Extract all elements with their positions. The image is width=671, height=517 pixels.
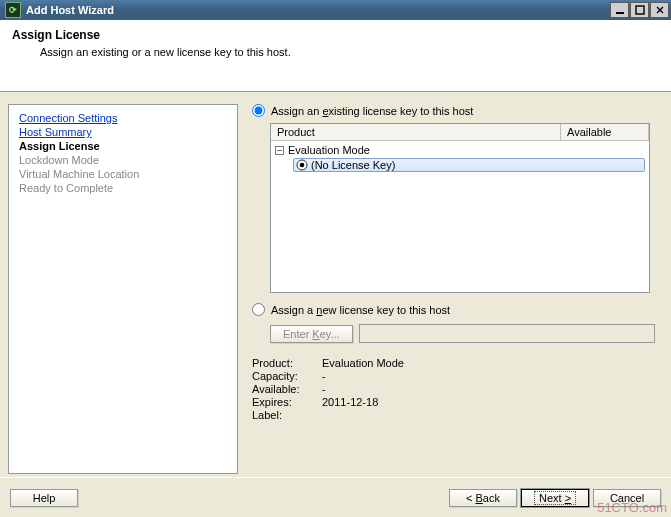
maximize-button[interactable] xyxy=(630,2,649,18)
wizard-header: Assign License Assign an existing or a n… xyxy=(0,20,671,92)
window-title: Add Host Wizard xyxy=(24,4,609,16)
detail-expires-value: 2011-12-18 xyxy=(322,396,655,408)
assign-new-label: Assign a new license key to this host xyxy=(271,304,450,316)
column-product[interactable]: Product xyxy=(271,124,561,140)
detail-label-label: Label: xyxy=(252,409,322,421)
assign-existing-radio[interactable] xyxy=(252,104,265,117)
window-buttons xyxy=(609,2,669,18)
cancel-button[interactable]: Cancel xyxy=(593,489,661,507)
detail-product-label: Product: xyxy=(252,357,322,369)
wizard-main: Assign an existing license key to this h… xyxy=(238,92,671,472)
tree-collapse-icon[interactable]: − xyxy=(275,146,284,155)
license-item-no-key[interactable]: (No License Key) xyxy=(275,157,645,173)
page-subtitle: Assign an existing or a new license key … xyxy=(40,46,659,58)
detail-label-value xyxy=(322,409,655,421)
wizard-footer: Help < Back Next > Cancel xyxy=(0,477,671,517)
wizard-page: Assign License Assign an existing or a n… xyxy=(0,20,671,517)
license-group-evaluation[interactable]: − Evaluation Mode xyxy=(275,143,645,157)
column-available[interactable]: Available xyxy=(561,124,649,140)
svg-point-5 xyxy=(300,163,305,168)
step-ready-to-complete: Ready to Complete xyxy=(19,181,227,195)
detail-capacity-label: Capacity: xyxy=(252,370,322,382)
close-button[interactable] xyxy=(650,2,669,18)
license-key-input xyxy=(359,324,655,343)
next-button[interactable]: Next > xyxy=(521,489,589,507)
detail-capacity-value: - xyxy=(322,370,655,382)
step-host-summary[interactable]: Host Summary xyxy=(19,125,227,139)
enter-key-button: Enter Key... xyxy=(270,325,353,343)
license-details: Product: Evaluation Mode Capacity: - Ava… xyxy=(252,357,655,421)
license-item-label: (No License Key) xyxy=(311,159,395,171)
assign-new-radio-row[interactable]: Assign a new license key to this host xyxy=(252,303,655,316)
detail-available-value: - xyxy=(322,383,655,395)
selected-radio-icon xyxy=(296,159,308,171)
assign-existing-label: Assign an existing license key to this h… xyxy=(271,105,473,117)
svg-rect-1 xyxy=(636,6,644,14)
assign-new-radio[interactable] xyxy=(252,303,265,316)
step-lockdown-mode: Lockdown Mode xyxy=(19,153,227,167)
app-icon: ⟳ xyxy=(5,2,21,18)
page-title: Assign License xyxy=(12,28,659,42)
svg-rect-0 xyxy=(616,12,624,14)
license-list-header: Product Available xyxy=(271,124,649,141)
step-assign-license: Assign License xyxy=(19,139,227,153)
license-list-body: − Evaluation Mode (No License Key) xyxy=(271,141,649,175)
license-group-label: Evaluation Mode xyxy=(288,144,370,156)
assign-existing-radio-row[interactable]: Assign an existing license key to this h… xyxy=(252,104,655,117)
enter-key-row: Enter Key... xyxy=(270,324,655,343)
titlebar: ⟳ Add Host Wizard xyxy=(0,0,671,20)
step-connection-settings[interactable]: Connection Settings xyxy=(19,111,227,125)
detail-available-label: Available: xyxy=(252,383,322,395)
minimize-button[interactable] xyxy=(610,2,629,18)
detail-product-value: Evaluation Mode xyxy=(322,357,655,369)
back-button[interactable]: < Back xyxy=(449,489,517,507)
step-vm-location: Virtual Machine Location xyxy=(19,167,227,181)
wizard-steps-sidebar: Connection Settings Host Summary Assign … xyxy=(8,104,238,474)
license-key-list: Product Available − Evaluation Mode xyxy=(270,123,650,293)
detail-expires-label: Expires: xyxy=(252,396,322,408)
help-button[interactable]: Help xyxy=(10,489,78,507)
